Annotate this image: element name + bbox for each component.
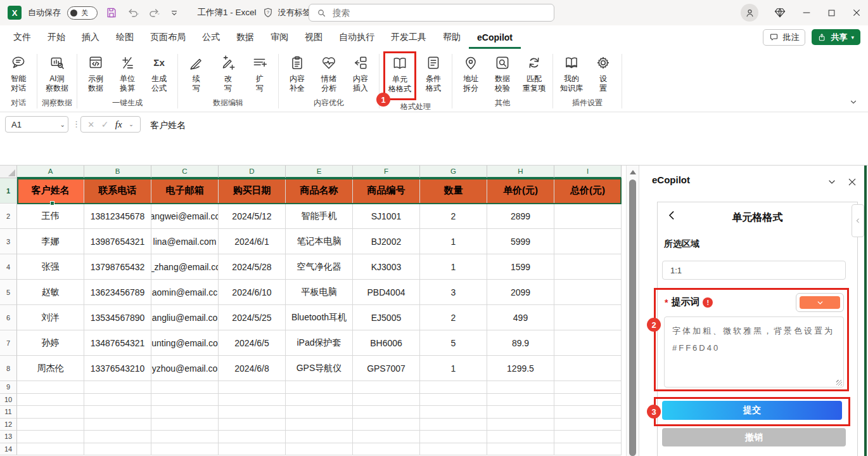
- column-header-C[interactable]: C: [151, 166, 219, 178]
- ribbon-button-chart-search[interactable]: AI洞 察数据: [43, 54, 71, 94]
- cell-D8[interactable]: 2024/6/8: [219, 356, 286, 381]
- cell-C3[interactable]: lina@email.com: [151, 229, 219, 254]
- cell-E6[interactable]: Bluetooth耳机: [286, 305, 353, 330]
- cell-D10[interactable]: [219, 394, 286, 407]
- cell-H3[interactable]: 5999: [487, 229, 554, 254]
- cell-I5[interactable]: [554, 280, 622, 305]
- tab-审阅[interactable]: 审阅: [262, 25, 297, 49]
- panel-close-button[interactable]: [847, 177, 857, 187]
- cell-E9[interactable]: [286, 381, 353, 394]
- fx-caret[interactable]: ⌄: [129, 121, 134, 127]
- cell-A9[interactable]: [17, 381, 84, 394]
- ribbon-button-chat[interactable]: 智能 对话: [4, 54, 32, 94]
- cell-D6[interactable]: 2024/5/25: [219, 305, 286, 330]
- cell-B14[interactable]: [84, 443, 151, 456]
- column-header-B[interactable]: B: [84, 166, 151, 178]
- ribbon-button-lines-plus[interactable]: 扩 写: [246, 54, 274, 94]
- cell-G10[interactable]: [420, 394, 487, 407]
- prompt-textarea[interactable]: 字体加粗、微软雅黑，背景色设置为 #FF6D40: [664, 316, 844, 388]
- cell-F2[interactable]: SJ1001: [353, 204, 420, 229]
- cell-A12[interactable]: [17, 419, 84, 431]
- row-header-4[interactable]: 4: [0, 254, 17, 280]
- cell-B7[interactable]: 13487654321: [84, 330, 151, 356]
- tab-插入[interactable]: 插入: [73, 25, 108, 49]
- cell-G4[interactable]: 1: [420, 254, 487, 280]
- column-header-F[interactable]: F: [353, 166, 420, 178]
- cell-G11[interactable]: [420, 406, 487, 419]
- formula-bar-drag-handle[interactable]: ⋮: [72, 119, 80, 129]
- tab-开始[interactable]: 开始: [39, 25, 73, 49]
- cell-B6[interactable]: 13534567890: [84, 305, 151, 330]
- ribbon-button-clipboard[interactable]: 内容 补全: [283, 54, 311, 94]
- ribbon-button-insert-content[interactable]: 内容 插入: [347, 54, 374, 94]
- cell-H11[interactable]: [487, 406, 554, 419]
- ribbon-button-unit-convert[interactable]: 单位 换算: [113, 54, 141, 94]
- cell-H6[interactable]: 499: [487, 305, 554, 330]
- panel-undo-button[interactable]: 撤销: [662, 428, 846, 446]
- row-header-14[interactable]: 14: [0, 443, 17, 456]
- cell-D2[interactable]: 2024/5/12: [219, 204, 286, 229]
- tab-自动执行[interactable]: 自动执行: [331, 25, 383, 49]
- cell-E7[interactable]: iPad保护套: [286, 330, 353, 356]
- ribbon-button-sigma[interactable]: Σx生成 公式: [145, 54, 173, 94]
- ribbon-button-gear[interactable]: 设 置: [589, 54, 617, 94]
- tab-公式[interactable]: 公式: [194, 25, 228, 49]
- cell-I14[interactable]: [554, 443, 622, 456]
- tab-eCopilot[interactable]: eCopilot: [469, 25, 521, 49]
- row-header-11[interactable]: 11: [0, 406, 17, 419]
- cell-A10[interactable]: [17, 394, 84, 407]
- cell-G7[interactable]: 5: [420, 330, 487, 356]
- collapse-ribbon-button[interactable]: [849, 98, 858, 107]
- cell-F11[interactable]: [353, 406, 420, 419]
- cell-G12[interactable]: [420, 419, 487, 431]
- insert-function-button[interactable]: fx: [115, 119, 122, 130]
- tab-开发工具[interactable]: 开发工具: [383, 25, 435, 49]
- confirm-entry-button[interactable]: ✓: [101, 119, 109, 129]
- selected-region-input[interactable]: [662, 261, 846, 280]
- cell-A2[interactable]: 王伟: [17, 204, 84, 229]
- cell-D1[interactable]: 购买日期: [219, 178, 286, 204]
- cell-F13[interactable]: [353, 431, 420, 443]
- cell-I12[interactable]: [554, 419, 622, 431]
- cell-H8[interactable]: 1299.5: [487, 356, 554, 381]
- cell-F7[interactable]: BH6006: [353, 330, 420, 356]
- cell-G14[interactable]: [420, 443, 487, 456]
- cell-G3[interactable]: 1: [420, 229, 487, 254]
- cell-A3[interactable]: 李娜: [17, 229, 84, 254]
- cell-H5[interactable]: 2099: [487, 280, 554, 305]
- cell-A6[interactable]: 刘洋: [17, 305, 84, 330]
- ribbon-button-heart-pulse[interactable]: 情绪 分析: [315, 54, 343, 94]
- tab-视图[interactable]: 视图: [297, 25, 331, 49]
- ribbon-button-doc-lines[interactable]: 条件 格式: [419, 54, 447, 94]
- cell-C7[interactable]: unting@email.co: [151, 330, 219, 356]
- minimize-button[interactable]: [801, 8, 812, 18]
- column-header-D[interactable]: D: [219, 166, 286, 178]
- panel-minimize-button[interactable]: [827, 177, 837, 187]
- scrollbar-thumb[interactable]: [629, 179, 636, 456]
- row-header-10[interactable]: 10: [0, 394, 17, 407]
- submit-button[interactable]: 提交: [662, 401, 842, 420]
- diamond-icon[interactable]: [774, 6, 786, 19]
- cell-G9[interactable]: [420, 381, 487, 394]
- cell-F14[interactable]: [353, 443, 420, 456]
- cell-G2[interactable]: 2: [420, 204, 487, 229]
- column-header-H[interactable]: H: [487, 166, 554, 178]
- cell-F5[interactable]: PBD4004: [353, 280, 420, 305]
- cell-G13[interactable]: [420, 431, 487, 443]
- scroll-up-arrow[interactable]: [630, 170, 636, 174]
- cell-A11[interactable]: [17, 406, 84, 419]
- cell-E14[interactable]: [286, 443, 353, 456]
- cell-H10[interactable]: [487, 394, 554, 407]
- cell-C4[interactable]: _zhang@email.cc: [151, 254, 219, 280]
- resize-handle[interactable]: [836, 380, 842, 386]
- cell-H14[interactable]: [487, 443, 554, 456]
- cell-C1[interactable]: 电子邮箱: [151, 178, 219, 204]
- prompt-dropdown[interactable]: [796, 293, 844, 312]
- row-header-13[interactable]: 13: [0, 431, 17, 443]
- row-header-1[interactable]: 1: [0, 178, 17, 204]
- cell-E8[interactable]: GPS导航仪: [286, 356, 353, 381]
- tab-绘图[interactable]: 绘图: [108, 25, 142, 49]
- cell-C13[interactable]: [151, 431, 219, 443]
- cell-E2[interactable]: 智能手机: [286, 204, 353, 229]
- cell-D3[interactable]: 2024/6/1: [219, 229, 286, 254]
